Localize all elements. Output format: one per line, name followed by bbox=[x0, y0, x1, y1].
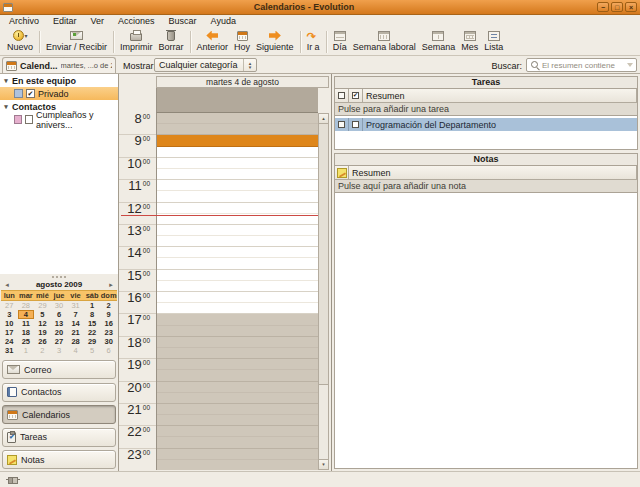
expander-icon[interactable]: ▾ bbox=[2, 77, 10, 85]
time-slot[interactable] bbox=[157, 460, 318, 470]
calendar-checkbox[interactable]: ✔ bbox=[26, 89, 35, 98]
toolbar-button-día[interactable]: Día bbox=[330, 28, 350, 55]
time-slot[interactable] bbox=[157, 348, 318, 359]
calendar-checkbox[interactable] bbox=[25, 115, 33, 124]
time-slot[interactable] bbox=[157, 382, 318, 393]
toolbar-button-semana[interactable]: Semana bbox=[419, 28, 459, 55]
minical-day[interactable]: 8 bbox=[84, 310, 101, 319]
time-slot[interactable] bbox=[157, 191, 318, 202]
minical-day[interactable]: 13 bbox=[51, 319, 68, 328]
toolbar-button-borrar[interactable]: Borrar bbox=[156, 28, 187, 55]
tree-group-en-este-equipo[interactable]: ▾En este equipo bbox=[0, 74, 118, 87]
menu-item-acciones[interactable]: Acciones bbox=[111, 15, 162, 28]
toolbar-button-anterior[interactable]: Anterior bbox=[194, 28, 232, 55]
window-maximize-button[interactable]: □ bbox=[611, 2, 623, 12]
title-bar[interactable]: Calendarios - Evolution −□× bbox=[0, 0, 640, 15]
task-row[interactable]: Programación del Departamento bbox=[335, 118, 637, 131]
minical-day[interactable]: 29 bbox=[34, 301, 51, 310]
toolbar-button-siguiente[interactable]: Siguiente bbox=[253, 28, 297, 55]
minical-day[interactable]: 7 bbox=[67, 310, 84, 319]
time-slot[interactable] bbox=[157, 281, 318, 292]
day-header[interactable]: martes 4 de agosto bbox=[156, 76, 329, 88]
minical-day[interactable]: 27 bbox=[51, 337, 68, 346]
time-slot[interactable] bbox=[157, 303, 318, 314]
task-type-column[interactable] bbox=[335, 89, 349, 102]
toolbar-button-hoy[interactable]: Hoy bbox=[231, 28, 253, 55]
minical-day[interactable]: 3 bbox=[1, 310, 18, 319]
minical-day[interactable]: 1 bbox=[84, 301, 101, 310]
minical-day[interactable]: 31 bbox=[67, 301, 84, 310]
minical-day[interactable]: 19 bbox=[34, 328, 51, 337]
menu-item-editar[interactable]: Editar bbox=[46, 15, 84, 28]
dropdown-arrow-icon[interactable]: ▾ bbox=[25, 32, 28, 39]
time-slot[interactable] bbox=[157, 158, 318, 169]
day-scrollbar[interactable]: ▴ ▾ bbox=[318, 113, 329, 470]
toolbar-button-enviar-recibir[interactable]: Enviar / Recibir bbox=[43, 28, 110, 55]
minical-day[interactable]: 5 bbox=[34, 310, 51, 319]
time-slot[interactable] bbox=[157, 415, 318, 426]
time-slot[interactable] bbox=[157, 147, 318, 158]
prev-month-icon[interactable]: ◂ bbox=[1, 281, 13, 289]
time-slot[interactable] bbox=[157, 124, 318, 135]
minical-day[interactable]: 23 bbox=[100, 328, 117, 337]
minical-day[interactable]: 20 bbox=[51, 328, 68, 337]
minical-day[interactable]: 6 bbox=[100, 346, 117, 355]
menu-item-archivo[interactable]: Archivo bbox=[2, 15, 46, 28]
menu-item-ayuda[interactable]: Ayuda bbox=[204, 15, 243, 28]
note-type-column[interactable] bbox=[335, 166, 349, 179]
time-slot[interactable] bbox=[157, 203, 318, 214]
time-slot[interactable] bbox=[157, 180, 318, 191]
time-slot[interactable] bbox=[157, 225, 318, 236]
minical-day[interactable]: 24 bbox=[1, 337, 18, 346]
minical-day[interactable]: 26 bbox=[34, 337, 51, 346]
clear-search-icon[interactable] bbox=[627, 63, 633, 67]
time-slot[interactable] bbox=[157, 258, 318, 269]
expander-icon[interactable]: ▾ bbox=[2, 103, 10, 111]
time-slot[interactable] bbox=[157, 135, 318, 146]
minical-day[interactable]: 12 bbox=[34, 319, 51, 328]
switcher-notas[interactable]: Notas bbox=[2, 450, 116, 469]
notes-summary-column[interactable]: Resumen bbox=[349, 166, 637, 179]
minical-day[interactable]: 22 bbox=[84, 328, 101, 337]
minical-day[interactable]: 4 bbox=[67, 346, 84, 355]
next-month-icon[interactable]: ▸ bbox=[105, 281, 117, 289]
search-icon[interactable] bbox=[530, 60, 540, 70]
time-slot[interactable] bbox=[157, 326, 318, 337]
minical-day[interactable]: 30 bbox=[51, 301, 68, 310]
tree-item-privado[interactable]: ✔Privado bbox=[0, 87, 118, 100]
minical-day[interactable]: 10 bbox=[1, 319, 18, 328]
minical-day[interactable]: 2 bbox=[34, 346, 51, 355]
minical-day[interactable]: 30 bbox=[100, 337, 117, 346]
minical-day[interactable]: 28 bbox=[18, 301, 35, 310]
time-slot[interactable] bbox=[157, 292, 318, 303]
minical-day[interactable]: 21 bbox=[67, 328, 84, 337]
time-slot[interactable] bbox=[157, 437, 318, 448]
toolbar-button-imprimir[interactable]: Imprimir bbox=[117, 28, 156, 55]
time-slot[interactable] bbox=[157, 236, 318, 247]
minical-day[interactable]: 31 bbox=[1, 346, 18, 355]
time-slot[interactable] bbox=[157, 270, 318, 281]
minical-day[interactable]: 14 bbox=[67, 319, 84, 328]
minical-day[interactable]: 16 bbox=[100, 319, 117, 328]
time-slot[interactable] bbox=[157, 314, 318, 325]
all-day-band[interactable] bbox=[156, 88, 318, 113]
tree-item-cumpleaños-y-anivers[interactable]: Cumpleaños y anivers... bbox=[0, 113, 118, 126]
toolbar-button-nuevo[interactable]: ▾Nuevo bbox=[4, 28, 36, 55]
minical-day[interactable]: 5 bbox=[84, 346, 101, 355]
add-note-row[interactable]: Pulse aquí para añadir una nota bbox=[335, 180, 637, 193]
toolbar-button-semana-laboral[interactable]: Semana laboral bbox=[350, 28, 419, 55]
minical-day[interactable]: 28 bbox=[67, 337, 84, 346]
window-close-button[interactable]: × bbox=[625, 2, 637, 12]
time-slot[interactable] bbox=[157, 370, 318, 381]
switcher-contactos[interactable]: Contactos bbox=[2, 383, 116, 402]
menu-item-ver[interactable]: Ver bbox=[84, 15, 112, 28]
minical-day[interactable]: 6 bbox=[51, 310, 68, 319]
scroll-down-icon[interactable]: ▾ bbox=[319, 459, 328, 469]
time-slot[interactable] bbox=[157, 449, 318, 460]
spinner-icon[interactable]: ▴▾ bbox=[243, 59, 256, 71]
time-slot[interactable] bbox=[157, 169, 318, 180]
minical-day[interactable]: 18 bbox=[18, 328, 35, 337]
minical-day[interactable]: 29 bbox=[84, 337, 101, 346]
time-slot[interactable] bbox=[157, 113, 318, 124]
switcher-correo[interactable]: Correo bbox=[2, 360, 116, 379]
